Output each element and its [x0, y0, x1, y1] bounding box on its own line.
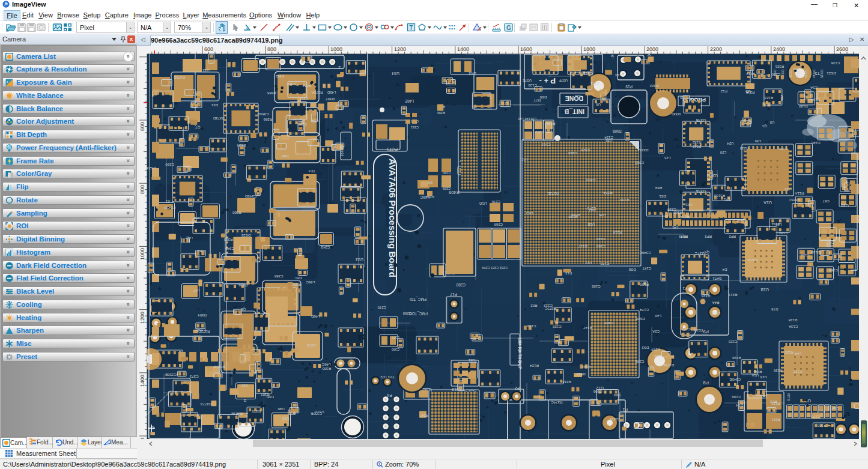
- svg-text:P12: P12: [720, 89, 727, 94]
- svg-text:C67: C67: [822, 199, 830, 204]
- svg-text:FMC_TDO: FMC_TDO: [409, 311, 428, 316]
- svg-text:C161: C161: [541, 143, 550, 147]
- svg-text:DS11: DS11: [789, 70, 792, 77]
- svg-text:U11: U11: [521, 158, 527, 162]
- svg-text:R377A: R377A: [200, 402, 212, 407]
- svg-text:C69: C69: [613, 393, 621, 398]
- svg-text:DS1: DS1: [659, 195, 667, 199]
- svg-text:1400: 1400: [457, 46, 469, 52]
- svg-text:C322: C322: [544, 304, 553, 308]
- svg-text:C354: C354: [298, 123, 307, 127]
- svg-text:U33: U33: [241, 384, 249, 388]
- svg-text:L46D: L46D: [311, 315, 320, 319]
- svg-text:C290: C290: [771, 73, 780, 77]
- svg-text:R372E: R372E: [547, 192, 559, 196]
- svg-text:C129: C129: [528, 83, 537, 88]
- svg-text:R374C: R374C: [551, 401, 563, 405]
- svg-text:R113: R113: [694, 328, 703, 333]
- svg-text:DS5: DS5: [539, 95, 547, 100]
- svg-text:R385: R385: [267, 91, 276, 95]
- svg-text:2: 2: [338, 65, 341, 70]
- svg-text:C349: C349: [225, 247, 234, 251]
- svg-text:C2A: C2A: [652, 330, 660, 334]
- svg-text:R373D: R373D: [213, 116, 225, 121]
- svg-text:R78: R78: [771, 307, 778, 312]
- svg-text:C118: C118: [801, 253, 810, 258]
- svg-text:C270: C270: [491, 200, 500, 204]
- svg-text:R396: R396: [437, 111, 445, 115]
- svg-text:C380: C380: [392, 348, 399, 351]
- svg-text:C5A: C5A: [810, 86, 818, 90]
- svg-text:BAT1: BAT1: [712, 277, 722, 281]
- svg-text:C169: C169: [596, 244, 605, 249]
- svg-text:R149: R149: [811, 250, 820, 255]
- svg-text:C305: C305: [604, 321, 613, 325]
- svg-text:Q6: Q6: [240, 307, 246, 312]
- svg-text:C128: C128: [552, 325, 561, 329]
- svg-text:U27: U27: [585, 261, 592, 265]
- svg-text:U13: U13: [452, 387, 460, 392]
- svg-text:R182: R182: [692, 141, 701, 145]
- svg-text:U37B: U37B: [696, 118, 706, 123]
- svg-text:C68: C68: [832, 407, 839, 411]
- svg-text:DS23: DS23: [147, 166, 156, 171]
- svg-text:C350: C350: [165, 163, 174, 167]
- svg-text:INIT_B: INIT_B: [564, 108, 584, 115]
- svg-text:L46E: L46E: [404, 99, 414, 103]
- svg-text:U42: U42: [186, 236, 193, 240]
- svg-text:-X4-: -X4-: [610, 54, 615, 59]
- svg-text:R30A: R30A: [586, 178, 595, 183]
- svg-text:R321: R321: [775, 65, 784, 69]
- svg-text:C349C: C349C: [639, 251, 651, 255]
- svg-text:L46G: L46G: [306, 280, 315, 285]
- svg-text:L25: L25: [664, 156, 671, 160]
- svg-text:R378A: R378A: [311, 91, 323, 95]
- svg-text:DS13: DS13: [804, 70, 808, 78]
- svg-text:DS22: DS22: [241, 234, 250, 238]
- svg-text:DS7: DS7: [826, 241, 834, 245]
- svg-text:R219: R219: [739, 147, 748, 151]
- svg-text:C13A: C13A: [788, 325, 798, 329]
- svg-text:U1A: U1A: [763, 201, 772, 205]
- svg-text:R386: R386: [238, 283, 247, 288]
- svg-text:G: G: [243, 399, 246, 403]
- svg-text:L43: L43: [615, 73, 622, 77]
- svg-text:D4: D4: [722, 268, 727, 272]
- svg-text:800: 800: [267, 46, 276, 52]
- svg-text:C126: C126: [831, 61, 840, 65]
- svg-text:2200: 2200: [710, 46, 722, 52]
- svg-text:R558: R558: [571, 213, 580, 217]
- svg-text:U34: U34: [312, 119, 319, 123]
- svg-text:600: 600: [204, 46, 213, 52]
- svg-text:R216: R216: [745, 91, 754, 95]
- svg-text:R138: R138: [640, 283, 649, 287]
- svg-text:C155: C155: [728, 340, 737, 344]
- svg-text:1600: 1600: [139, 438, 145, 439]
- svg-text:R544: R544: [576, 372, 585, 377]
- svg-text:800: 800: [139, 185, 145, 194]
- svg-text:1200: 1200: [139, 312, 145, 324]
- svg-text:Q4: Q4: [704, 250, 709, 255]
- svg-text:R41: R41: [211, 103, 218, 107]
- svg-text:C156: C156: [778, 147, 788, 151]
- svg-text:Q7: Q7: [195, 126, 201, 130]
- svg-text:1000: 1000: [330, 46, 342, 52]
- svg-text:R330: R330: [426, 195, 434, 199]
- svg-text:C350E: C350E: [311, 412, 322, 416]
- svg-text:C345E: C345E: [729, 378, 741, 382]
- svg-text:TP3 TP2: TP3 TP2: [380, 375, 395, 379]
- svg-text:C147: C147: [642, 267, 651, 271]
- svg-text:U8: U8: [596, 103, 601, 107]
- svg-text:600: 600: [139, 122, 145, 131]
- svg-text:DS4: DS4: [736, 404, 744, 408]
- svg-text:R387: R387: [260, 393, 269, 397]
- svg-text:+: +: [7, 80, 9, 83]
- svg-text:R217: R217: [728, 293, 737, 297]
- svg-text:R394: R394: [198, 313, 207, 318]
- svg-text:L39: L39: [754, 139, 761, 144]
- svg-text:R147: R147: [583, 326, 592, 330]
- svg-text:AVA7A06 Processing Board: AVA7A06 Processing Board: [387, 159, 398, 277]
- svg-text:R323: R323: [609, 417, 618, 422]
- svg-text:R130: R130: [787, 393, 791, 401]
- svg-text:C350A: C350A: [257, 112, 269, 116]
